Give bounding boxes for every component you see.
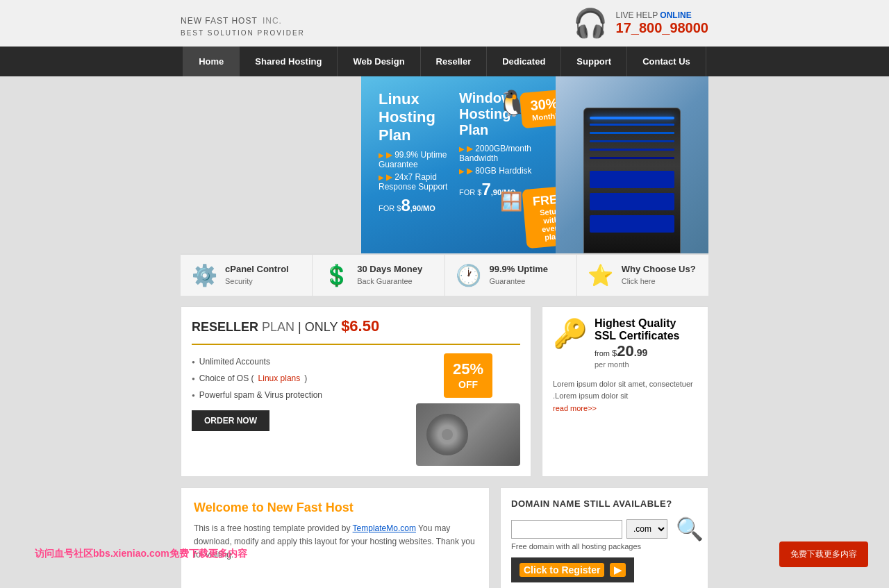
nav-support[interactable]: Support [561,47,627,76]
ssl-title-2: SSL Certificates [595,330,679,342]
reseller-discount-badge: 25% OFF [444,353,492,398]
linux-badge-pct: 30%Off [530,94,556,114]
server-stripe-2 [590,132,674,134]
features-bar: ⚙️ cPanel Control Security 💲 30 Days Mon… [181,253,708,296]
nav-home[interactable]: Home [183,47,240,76]
ssl-key-icon: 🔑 [553,317,588,350]
header: NEW FAST HOST INC. BEST SOLUTION PROVIDE… [0,0,889,47]
order-now-button[interactable]: ORDER NOW [192,410,269,431]
linux-price-cents: ,90/MO [410,204,435,212]
domain-globe-icon: 🔍 [676,516,704,542]
banner-server-image [556,76,708,253]
nav-web-design[interactable]: Web Design [338,47,420,76]
page: NEW FAST HOST INC. BEST SOLUTION PROVIDE… [0,0,889,588]
windows-badge-free: FREE [532,192,556,209]
domain-header: DOMAIN NAME STILL AVAILABLE? .com .net .… [511,498,697,542]
linux-feature-2: ▶ 24x7 Rapid Response Support [379,171,459,193]
feature-uptime[interactable]: 🕐 99.9% Uptime Guarantee [445,255,577,296]
money-text: 30 Days Money Back Guarantee [357,264,422,287]
server-drive-2 [590,193,674,210]
windows-badge: FREE Setup with every plan [522,185,556,249]
linux-feature-1: ▶ 99.9% Uptime Guarantee [379,149,459,171]
live-help-number: 17_800_98000 [616,20,708,36]
plan-label: PLAN [262,320,294,334]
welcome-brand: New Fast Host [267,501,354,514]
domain-free-text: Free domain with all hosting packages [511,542,697,551]
server-stripe-4 [590,149,674,151]
logo-name: NEW FAST HOST [181,16,258,26]
domain-title: DOMAIN NAME STILL AVAILABLE? [511,498,697,509]
windows-badge-sub1: Setup with [540,207,556,225]
ssl-main-price: 20 [617,342,633,360]
uptime-icon: 🕐 [455,263,483,287]
ssl-title-block: Highest Quality SSL Certificates from $2… [595,317,697,371]
money-icon: 💲 [322,263,350,287]
windows-badge-sub2: every plan [542,224,556,242]
ssl-box: 🔑 Highest Quality SSL Certificates from … [542,306,708,477]
cpanel-icon: ⚙️ [190,263,218,287]
main-content: RESELLER PLAN | ONLY $6.50 Unlimited Acc… [181,306,708,477]
templatemo-link[interactable]: TemplateMo.com [353,523,416,533]
ssl-title-1: Highest Quality [595,317,676,329]
banner: Linux Hosting Plan ▶ 99.9% Uptime Guaran… [361,76,556,253]
only-label: | ONLY [298,320,341,334]
logo-title: NEW FAST HOST INC. [181,10,305,28]
main-nav: Home Shared Hosting Web Design Reseller … [0,47,889,76]
server-drive-1 [590,171,674,188]
banner-wrapper: Linux Hosting Plan ▶ 99.9% Uptime Guaran… [181,76,708,253]
online-label: ONLINE [660,10,691,20]
domain-search-input[interactable] [511,520,622,539]
reseller-plan: RESELLER PLAN | ONLY $6.50 Unlimited Acc… [181,306,531,477]
windows-feature-2: ▶ 80GB Harddisk [459,165,542,177]
logo-area: NEW FAST HOST INC. BEST SOLUTION PROVIDE… [181,10,305,37]
logo-inc: INC. [263,16,282,26]
uptime-text: 99.9% Uptime Guarantee [490,264,549,287]
domain-ext-select[interactable]: .com .net .org .info [626,519,667,539]
server-drive-3 [590,215,674,233]
badge-off: OFF [458,379,478,390]
welcome-box: Welcome to New Fast Host This is a free … [181,487,490,588]
red-popup[interactable]: 免费下载更多内容 [779,541,868,567]
linux-price: FOR $8,90/MO [379,196,459,215]
windows-logo-icon: 🪟 [500,191,522,212]
server-tower [583,108,681,253]
domain-box: DOMAIN NAME STILL AVAILABLE? .com .net .… [500,487,708,588]
reseller-label: RESELLER [192,320,258,334]
money-title: 30 Days Money [357,264,422,274]
nav-reseller[interactable]: Reseller [421,47,488,76]
cpanel-text: cPanel Control Security [225,264,289,287]
domain-register-button[interactable]: Click to Register ▶ [511,557,634,582]
feature-os: Choice of OS (Linux plans) [192,370,409,387]
nav-contact-us[interactable]: Contact Us [627,47,706,76]
why-title: Why Choose Us? [622,264,696,274]
feature-cpanel[interactable]: ⚙️ cPanel Control Security [181,255,313,296]
uptime-sub: Guarantee [490,277,526,285]
ssl-per: per month [595,360,697,369]
linux-price-main: 8 [401,196,410,215]
linux-plans-link[interactable]: Linux plans [258,373,301,383]
welcome-title: Welcome to New Fast Host [194,501,476,515]
why-text: Why Choose Us? Click here [622,264,696,287]
live-help-label: LIVE HELP ONLINE [616,10,708,20]
banner-linux: Linux Hosting Plan ▶ 99.9% Uptime Guaran… [379,90,459,229]
cpanel-sub: Security [225,277,253,285]
domain-register-label: Click to Register [520,563,604,577]
feature-why-choose[interactable]: ⭐ Why Choose Us? Click here [577,255,708,296]
server-stripe-1 [590,124,674,126]
ssl-from: from [595,349,612,358]
live-help: 🎧 LIVE HELP ONLINE 17_800_98000 [573,7,708,40]
live-help-label-text: LIVE HELP [616,10,658,20]
nav-dedicated[interactable]: Dedicated [487,47,561,76]
reseller-right: 25% OFF [416,353,520,466]
ssl-description: Lorem ipsum dolor sit amet, consectetuer… [553,378,697,401]
why-sub: Click here [622,277,656,285]
windows-price-main: 7 [481,180,490,199]
ssl-read-more-link[interactable]: read more>> [553,404,597,412]
uptime-title: 99.9% Uptime [490,264,549,274]
cpanel-title: cPanel Control [225,264,289,274]
badge-percent: 25% [451,360,485,378]
live-help-text: LIVE HELP ONLINE 17_800_98000 [616,10,708,36]
nav-shared-hosting[interactable]: Shared Hosting [240,47,338,76]
feature-money-back[interactable]: 💲 30 Days Money Back Guarantee [313,255,444,296]
linux-badge: 30%Off Monthly sale [520,87,556,128]
